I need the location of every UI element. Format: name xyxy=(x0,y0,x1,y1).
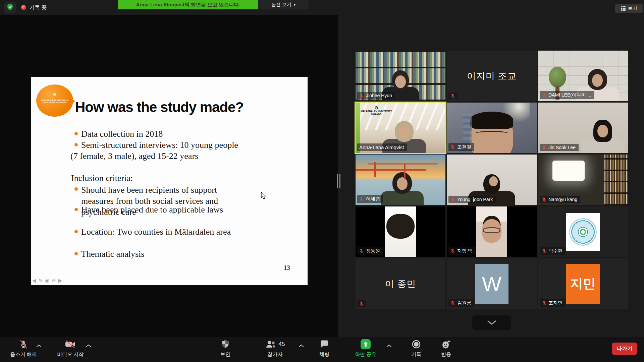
muted-mic-icon xyxy=(450,249,455,253)
participant-tile-jihyang-baek[interactable]: 지향 백 xyxy=(447,206,537,257)
reactions-button[interactable]: 반응 xyxy=(433,340,460,358)
video-off-icon xyxy=(65,340,76,349)
avatar: 지민 xyxy=(566,264,600,304)
muted-mic-icon xyxy=(542,249,546,253)
scroll-participants-button[interactable] xyxy=(472,315,511,330)
slide-bullet-6: Thematic analysis xyxy=(81,249,144,259)
reactions-label: 반응 xyxy=(441,351,451,358)
association-seal-icon xyxy=(569,218,597,246)
participant-tile-ljimi[interactable]: 이지미 조교 xyxy=(447,51,537,101)
participant-tile-lee-jongmin[interactable]: 이 종민 xyxy=(356,258,445,309)
name-plate: 지향 백 xyxy=(448,247,476,255)
participant-name: 장동원 xyxy=(366,248,380,254)
university-logo: ⊖ MÄLARDALENS HÖGSKOLA ESKILSTUNA VÄSTER… xyxy=(36,84,73,117)
previous-slide-icon[interactable]: ◀ xyxy=(32,278,36,283)
name-plate: Jin Sook Lee xyxy=(540,144,579,151)
muted-mic-icon xyxy=(542,93,546,98)
participant-tile-anna-lena-active-speaker[interactable]: ⊖ MÄLARDALEN UNIVERSITY SWEDEN Anna-Lena… xyxy=(356,103,445,153)
participant-tile-dami-lee[interactable]: DAMI LEE(이다미 ... xyxy=(538,51,628,101)
muted-mic-icon xyxy=(542,197,546,202)
view-options-button[interactable]: 옵션 보기 ▾ xyxy=(258,0,309,9)
participant-name: Namgyu kang xyxy=(548,197,577,202)
person-silhouette xyxy=(381,172,424,205)
bullet-dot xyxy=(74,230,78,233)
share-screen-button[interactable]: 화면 공유 xyxy=(348,340,383,358)
muted-mic-icon xyxy=(450,94,455,98)
participant-name: Jin Sook Lee xyxy=(548,145,576,150)
recording-status-label: 기록 중 xyxy=(29,4,47,11)
unmute-button[interactable]: 음소거 해제 xyxy=(6,340,41,358)
muted-mic-icon xyxy=(359,93,364,98)
participant-name-center: 이 종민 xyxy=(356,258,445,309)
video-options-chevron[interactable] xyxy=(86,343,91,349)
grid-view-icon xyxy=(621,6,626,11)
presentation-slide: ⊖ MÄLARDALENS HÖGSKOLA ESKILSTUNA VÄSTER… xyxy=(31,77,308,285)
record-label: 기록 xyxy=(411,351,421,358)
name-plate xyxy=(357,300,366,307)
muted-mic-icon xyxy=(450,197,455,202)
participant-name: 김원룡 xyxy=(457,300,471,306)
muted-mic-icon xyxy=(542,145,546,150)
gallery-view-button[interactable]: 보기 xyxy=(615,4,643,13)
pen-tool-icon[interactable]: ✎ xyxy=(39,278,43,283)
slide-title: How was the study made? xyxy=(75,99,244,115)
unmute-label: 음소거 해제 xyxy=(10,351,37,358)
name-plate xyxy=(448,93,457,99)
muted-mic-icon xyxy=(450,301,455,305)
panel-resize-handle[interactable] xyxy=(337,174,340,188)
participant-name: 조현철 xyxy=(457,144,471,150)
muted-mic-icon xyxy=(359,301,364,306)
meeting-toolbar: 음소거 해제 비디오 시작 보안 xyxy=(0,337,644,362)
participant-tile-cho-hyunchul[interactable]: 조현철 xyxy=(447,103,537,153)
participants-options-chevron[interactable] xyxy=(299,343,304,349)
participants-button[interactable]: 45 참가자 xyxy=(256,340,294,358)
participant-tile-young-joon-park[interactable]: Young_joon Park xyxy=(447,155,537,205)
more-tools-icon[interactable]: ⊜ xyxy=(52,278,56,283)
university-logo-text: MÄLARDALENS HÖGSKOLA ESKILSTUNA VÄSTERÅS xyxy=(39,99,70,104)
participant-name: 조지민 xyxy=(548,300,562,306)
chat-button[interactable]: 채팅 xyxy=(311,340,337,358)
slide-bullet-1: Data collection in 2018 xyxy=(81,129,163,139)
person-silhouette xyxy=(470,112,513,153)
muted-mic-icon xyxy=(359,249,364,253)
viewing-screen-banner-text: Anna-Lena Almqvist의 화면을 보고 있습니다. xyxy=(136,2,240,8)
participant-tile-park-suhyun[interactable]: 박수현 xyxy=(538,206,628,257)
start-video-button[interactable]: 비디오 시작 xyxy=(51,340,90,358)
participant-name: DAMI LEE(이다미 ... xyxy=(548,92,591,98)
next-slide-icon[interactable]: ▶ xyxy=(58,278,62,283)
name-plate: Jinhee Hyun xyxy=(357,92,395,99)
security-shield-badge[interactable] xyxy=(4,2,16,13)
bullet-dot xyxy=(74,252,78,255)
participant-name: Young_joon Park xyxy=(457,197,493,202)
share-screen-label: 화면 공유 xyxy=(355,351,376,358)
association-logo-card xyxy=(566,213,600,251)
name-plate: Anna-Lena Almqvist xyxy=(357,143,407,151)
name-plate: 조지민 xyxy=(540,299,566,307)
name-plate: 박수현 xyxy=(540,247,566,255)
participant-grid: Jinhee Hyun 이지미 조교 DAMI LEE(이다미 ... ⊖ MÄ… xyxy=(356,51,628,309)
participant-tile-jinhee-hyun[interactable]: Jinhee Hyun xyxy=(356,51,445,101)
security-shield-icon xyxy=(221,340,229,349)
participant-tile-lee-hyeryeong[interactable]: 이혜령 xyxy=(356,155,445,205)
security-button[interactable]: 보안 xyxy=(212,340,239,358)
share-options-chevron[interactable] xyxy=(386,343,392,349)
participant-tile-namgyu-kang[interactable]: Namgyu kang xyxy=(538,155,628,205)
slide-bullet-4: Have been placed due to applicable laws xyxy=(81,205,223,215)
chevron-down-icon xyxy=(487,320,497,325)
view-options-label: 옵션 보기 xyxy=(271,2,291,8)
participant-tile-kim-wonryong[interactable]: W 김원룡 xyxy=(447,258,537,309)
muted-mic-icon xyxy=(359,197,364,201)
slide-bullet-2: Semi-structured interviews: 10 young peo… xyxy=(81,140,238,150)
audio-options-chevron[interactable] xyxy=(36,343,42,349)
meeting-secure-shield-icon xyxy=(6,3,14,12)
university-logo-mark: ⊖ xyxy=(53,92,57,97)
leave-meeting-button[interactable]: 나가기 xyxy=(612,343,637,355)
participant-tile-jo-jimin[interactable]: 지민 조지민 xyxy=(538,258,628,309)
slideshow-tool-icon[interactable]: ◉ xyxy=(45,278,49,283)
participant-tile-jin-sook-lee[interactable]: Jin Sook Lee xyxy=(538,103,628,153)
participant-tile-jang-dongwon[interactable]: 장동원 xyxy=(356,206,445,257)
shared-screen-viewport: ⊖ MÄLARDALENS HÖGSKOLA ESKILSTUNA VÄSTER… xyxy=(0,15,338,337)
participants-label: 참가자 xyxy=(268,351,283,358)
record-button[interactable]: 기록 xyxy=(403,340,430,358)
muted-mic-icon xyxy=(450,145,455,149)
